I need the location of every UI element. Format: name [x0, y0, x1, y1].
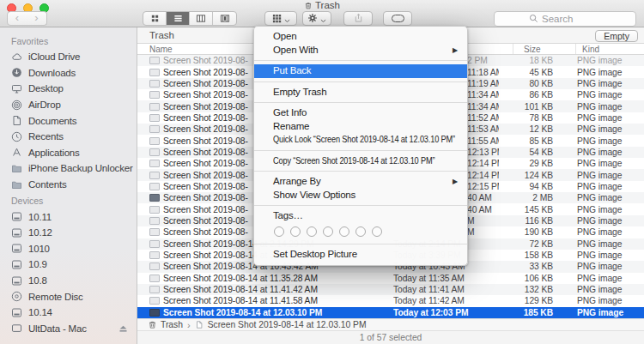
action-menu-button[interactable]: [302, 11, 331, 26]
tag-color-dot[interactable]: [290, 226, 301, 237]
list-view-button[interactable]: [167, 12, 190, 25]
file-kind: PNG image: [577, 136, 622, 146]
sidebar-item-ultdata-mac[interactable]: UltData - Mac: [0, 321, 137, 337]
column-view-button[interactable]: [190, 12, 213, 25]
file-kind: PNG image: [577, 205, 622, 214]
sidebar-item-downloads[interactable]: Downloads: [0, 65, 137, 81]
group-by-button[interactable]: [264, 11, 297, 26]
tag-icon: [392, 15, 404, 22]
sidebar-item-10-9[interactable]: 10.9: [0, 256, 137, 273]
file-size: 18 KB: [499, 56, 553, 65]
table-row[interactable]: Screen Shot 2019-08-14 at 11.35.28 AMTod…: [137, 273, 644, 284]
tag-color-dot[interactable]: [339, 226, 349, 237]
back-button[interactable]: ‹: [7, 11, 27, 26]
tags-button[interactable]: [383, 11, 412, 26]
sidebar-item-label: Desktop: [28, 83, 64, 94]
sidebar-item-recents[interactable]: Recents: [0, 129, 137, 145]
icon-view-button[interactable]: [143, 12, 167, 25]
sidebar-item-iphone-backup-unlocker[interactable]: iPhone Backup Unlocker: [0, 160, 137, 177]
tag-color-row: [254, 223, 467, 240]
sidebar-item-10-11[interactable]: 10.11: [0, 208, 137, 225]
file-kind: PNG image: [577, 68, 622, 77]
file-size: 190 KB: [499, 227, 553, 237]
breadcrumb-item[interactable]: Screen Shot 2019-08-14 at 12.03.10 PM: [208, 320, 367, 329]
sidebar-item-10-12[interactable]: 10.12: [0, 225, 137, 241]
menu-item-put-back[interactable]: Put Back: [254, 64, 467, 78]
table-row[interactable]: Screen Shot 2019-08-14 at 11.41.58 AMTod…: [137, 295, 644, 306]
tag-color-dot[interactable]: [307, 226, 317, 237]
file-thumbnail-icon: [149, 69, 160, 76]
menu-item-open-with[interactable]: Open With▶: [254, 44, 467, 57]
sidebar-item-1010[interactable]: 1010: [0, 241, 137, 257]
file-size: 72 KB: [499, 239, 553, 249]
menu-item-label: Get Info: [273, 107, 307, 118]
menu-item-set-desktop-picture[interactable]: Set Desktop Picture: [254, 248, 467, 262]
file-size: 116 KB: [499, 216, 553, 226]
menu-item-copy-screen-shot-2019-08-14-at-12-03-10-pm[interactable]: Copy “Screen Shot 2019-08-14 at 12.03.10…: [254, 154, 467, 168]
file-size: 33 KB: [499, 262, 553, 271]
disk-icon: [11, 227, 22, 238]
file-kind: PNG image: [577, 90, 622, 100]
sidebar-item-documents[interactable]: Documents: [0, 112, 137, 129]
sidebar-item-contents[interactable]: Contents: [0, 177, 137, 193]
sidebar-item-10-8[interactable]: 10.8: [0, 273, 137, 289]
sidebar-item-label: 10.8: [28, 275, 47, 286]
sidebar-item-icloud-drive[interactable]: iCloud Drive: [0, 49, 137, 65]
menu-item-tags[interactable]: Tags…: [254, 209, 467, 223]
share-button[interactable]: [343, 11, 373, 26]
sidebar-item-remote-disc[interactable]: Remote Disc: [0, 288, 137, 305]
file-size: 145 KB: [499, 205, 553, 214]
menu-item-label: Tags…: [273, 210, 303, 220]
file-size: 106 KB: [499, 274, 553, 283]
file-thumbnail-icon: [149, 125, 160, 133]
empty-trash-button[interactable]: Empty: [595, 30, 638, 42]
file-thumbnail-icon: [149, 240, 160, 248]
table-row[interactable]: Screen Shot 2019-08-14 at 11.41.42 AMTod…: [137, 284, 644, 295]
column-header-name[interactable]: Name: [149, 45, 173, 54]
file-kind: PNG image: [577, 113, 622, 123]
menu-separator: [254, 205, 467, 206]
menu-item-label: Empty Trash: [273, 87, 326, 97]
menu-item-open[interactable]: Open: [254, 30, 467, 44]
downloads-icon: [11, 67, 22, 78]
table-row[interactable]: Screen Shot 2019-08-14 at 12.03.10 PMTod…: [137, 307, 644, 318]
sidebar-item-10-14[interactable]: 10.14: [0, 305, 137, 321]
tag-color-dot[interactable]: [355, 226, 366, 237]
chevron-down-icon: [320, 11, 326, 27]
file-thumbnail-icon: [149, 91, 160, 99]
tag-color-dot[interactable]: [323, 226, 333, 237]
sidebar-item-applications[interactable]: Applications: [0, 145, 137, 161]
status-text: 1 of 57 selected: [360, 333, 422, 342]
path-bar: Trash›Screen Shot 2019-08-14 at 12.03.10…: [137, 318, 644, 330]
tag-color-dot[interactable]: [274, 226, 284, 237]
desktop-icon: [11, 83, 22, 94]
file-size: 132 KB: [499, 285, 553, 294]
menu-item-label: Show View Options: [273, 190, 355, 200]
forward-button[interactable]: ›: [27, 11, 47, 26]
menu-separator: [254, 102, 467, 103]
column-header-size[interactable]: Size: [524, 45, 540, 54]
file-kind: PNG image: [577, 216, 622, 226]
eject-icon[interactable]: [118, 323, 128, 334]
file-kind: PNG image: [577, 56, 622, 65]
menu-item-rename[interactable]: Rename: [254, 120, 467, 134]
menu-item-empty-trash[interactable]: Empty Trash: [254, 86, 467, 100]
file-name: Screen Shot 2019-08-14 at 12.03.10 PM: [163, 308, 393, 317]
menu-item-get-info[interactable]: Get Info: [254, 106, 467, 120]
sidebar-item-airdrop[interactable]: AirDrop: [0, 97, 137, 113]
file-size: 94 KB: [499, 182, 553, 191]
sidebar-item-label: Contents: [28, 179, 66, 190]
search-field[interactable]: Search: [494, 11, 636, 27]
sidebar-item-desktop[interactable]: Desktop: [0, 81, 137, 97]
breadcrumb-item[interactable]: Trash: [161, 320, 183, 329]
menu-item-show-view-options[interactable]: Show View Options: [254, 189, 467, 202]
menu-item-quick-look-screen-shot-2019-08-14-at-12-03-10-pm[interactable]: Quick Look “Screen Shot 2019-08-14 at 12…: [254, 133, 467, 147]
menu-item-arrange-by[interactable]: Arrange By▶: [254, 175, 467, 189]
column-header-kind[interactable]: Kind: [582, 45, 599, 54]
file-size: 101 KB: [499, 102, 553, 112]
disk-icon: [11, 307, 22, 318]
coverflow-view-button[interactable]: [213, 12, 236, 25]
tag-color-dot[interactable]: [372, 226, 382, 237]
sidebar-section-label-devices: Devices: [0, 192, 137, 208]
menu-item-label: Copy “Screen Shot 2019-08-14 at 12.03.10…: [273, 154, 434, 168]
